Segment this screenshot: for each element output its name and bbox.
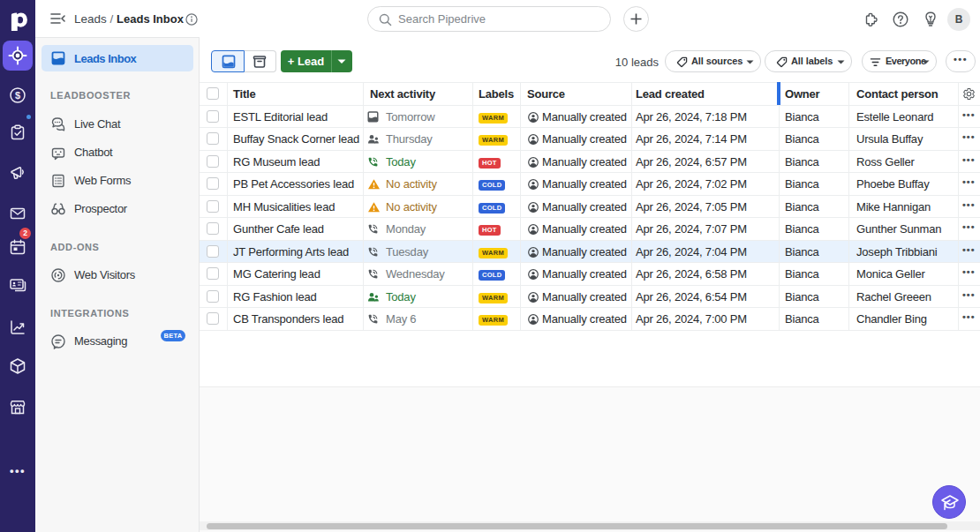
svg-text:$: $ (15, 90, 20, 101)
